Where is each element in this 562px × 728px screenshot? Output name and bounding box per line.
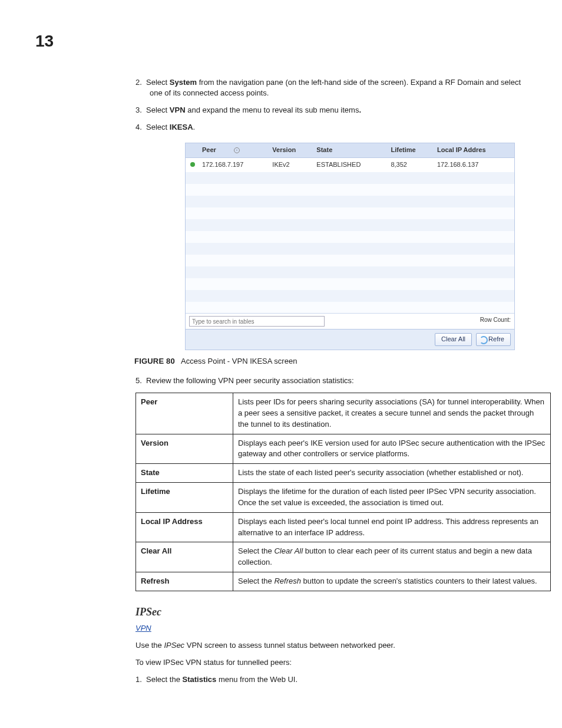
desc-row: LifetimeDisplays the lifetime for the du… [136, 483, 551, 513]
column-header[interactable]: Version [269, 143, 313, 157]
table-row [186, 231, 514, 243]
table-row [186, 207, 514, 219]
table-row [186, 255, 514, 266]
table-row [186, 172, 514, 184]
column-header[interactable]: Local IP Addres [434, 143, 514, 157]
desc-row: VersionDisplays each peer's IKE version … [136, 434, 551, 464]
step-item: 1. Select the Statistics menu from the W… [135, 674, 527, 686]
ipsec-para1: Use the IPSec VPN screen to assess tunne… [135, 640, 527, 651]
desc-row: Clear AllSelect the Clear All button to … [136, 542, 551, 572]
desc-row: PeerLists peer IDs for peers sharing sec… [136, 393, 551, 434]
ikesa-figure: Peer·VersionStateLifetimeLocal IP Addres… [185, 143, 515, 350]
step-item: 2. Select System from the navigation pan… [135, 77, 527, 100]
column-header[interactable] [186, 143, 199, 157]
vpn-link[interactable]: VPN [135, 623, 527, 634]
table-row [186, 219, 514, 231]
ipsec-para2: To view IPSec VPN status for tunnelled p… [135, 657, 527, 668]
step-item: 4. Select IKESA. [135, 122, 527, 133]
page-number: 13 [35, 29, 527, 54]
table-row [186, 196, 514, 207]
column-header[interactable]: State [313, 143, 387, 157]
figure-caption: FIGURE 80 Access Point - VPN IKESA scree… [134, 356, 527, 367]
table-row [186, 290, 514, 302]
description-table: PeerLists peer IDs for peers sharing sec… [135, 393, 551, 591]
column-header[interactable]: Lifetime [387, 143, 434, 157]
table-row [186, 302, 514, 314]
search-input[interactable] [189, 316, 325, 327]
status-icon [190, 162, 195, 167]
ipsec-step1: 1. Select the Statistics menu from the W… [135, 674, 527, 686]
step-item: 3. Select VPN and expand the menu to rev… [135, 105, 527, 116]
row-count-label: Row Count: [480, 316, 511, 325]
sort-icon[interactable]: · [234, 147, 240, 153]
refresh-button[interactable]: Refre [476, 333, 511, 346]
desc-row: StateLists the state of each listed peer… [136, 464, 551, 483]
clear-all-button[interactable]: Clear All [435, 333, 472, 346]
step5: 5. Review the following VPN peer securit… [135, 375, 527, 387]
table-row [186, 243, 514, 255]
desc-row: Local IP AddressDisplays each listed pee… [136, 512, 551, 542]
desc-row: RefreshSelect the Refresh button to upda… [136, 572, 551, 591]
table-row[interactable]: 172.168.7.197IKEv2ESTABLISHED8,352172.16… [186, 157, 514, 172]
ikesa-table: Peer·VersionStateLifetimeLocal IP Addres… [186, 143, 514, 350]
column-header[interactable]: Peer· [199, 143, 269, 157]
steps-upper: 2. Select System from the navigation pan… [135, 77, 527, 133]
ipsec-heading: IPSec [135, 604, 527, 620]
table-row [186, 266, 514, 278]
table-row [186, 184, 514, 196]
table-row [186, 278, 514, 290]
